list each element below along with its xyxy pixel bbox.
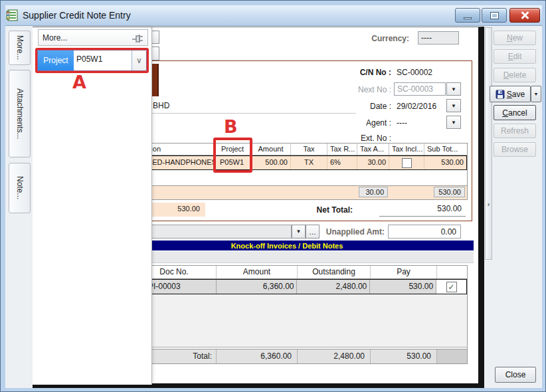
agent-value: ---- — [397, 118, 407, 128]
sidebar-tab-more-label: More... — [15, 35, 25, 60]
agent-label: Agent : — [333, 118, 391, 128]
sidebar-tab-attachments[interactable]: Attachments... — [9, 70, 31, 157]
cn-no-label: C/N No : — [333, 68, 391, 77]
next-no-field: SC-00003 — [394, 82, 446, 96]
knockoff-grid-footer: Total: 6,360.00 2,480.00 530.00 — [100, 349, 467, 364]
close-window-button[interactable] — [509, 8, 540, 23]
cell-pay[interactable]: 530.00 — [370, 280, 436, 294]
cancel-button[interactable]: Cancel — [494, 105, 536, 120]
delete-button[interactable]: Delete — [494, 68, 536, 82]
cell-ko-amount[interactable]: 6,360.00 — [217, 280, 298, 294]
items-grid-row[interactable]: USED-HANDPHONES P05W1 500.00 TX 6% 30.00… — [100, 155, 467, 170]
cell-outstanding[interactable]: 2,480.00 — [297, 280, 370, 294]
col-pay[interactable]: Pay — [371, 266, 437, 278]
col-pay-check[interactable] — [437, 266, 467, 278]
pay-checkbox-checked[interactable]: ✓ — [446, 282, 457, 292]
col-outstanding[interactable]: Outstanding — [298, 266, 371, 278]
supplier-credit-note-window: Supplier Credit Note Entry More... Attac… — [0, 0, 546, 392]
app-icon — [5, 9, 19, 22]
more-popup-title: More... — [43, 33, 67, 43]
items-grid-right-border — [467, 143, 468, 200]
knockoff-total-outstanding: 2,480.00 — [298, 349, 371, 363]
maximize-icon — [491, 13, 498, 19]
refresh-button[interactable]: Refresh — [494, 124, 536, 138]
close-icon — [520, 11, 529, 20]
window-title: Supplier Credit Note Entry — [23, 10, 131, 21]
col-tax[interactable]: Tax — [291, 144, 327, 155]
minimize-button[interactable] — [455, 8, 480, 23]
annotation-a-label: A — [72, 72, 86, 92]
date-label: Date : — [333, 102, 391, 111]
sidebar-tab-note-label: Note... — [15, 176, 25, 199]
date-dropdown-button[interactable]: ▼ — [446, 99, 461, 112]
knockoff-grid-row[interactable]: PI-00003 6,360.00 2,480.00 530.00 ✓ — [100, 279, 467, 294]
knockoff-total-pay: 530.00 — [371, 349, 437, 363]
next-no-value: SC-00003 — [397, 84, 433, 94]
pin-icon[interactable] — [132, 33, 143, 43]
net-total-value: 530.00 — [379, 204, 466, 217]
net-total-label: Net Total: — [286, 205, 353, 215]
currency-field: ---- — [418, 31, 459, 45]
next-no-dropdown-button[interactable]: ▼ — [446, 82, 461, 96]
ext-no-label: Ext. No : — [333, 134, 391, 143]
project-combo[interactable]: Project P05W1 ∨ — [38, 50, 146, 70]
more-popup-header[interactable]: More... — [38, 29, 148, 46]
next-no-label: Next No : — [333, 85, 391, 94]
col-amount[interactable]: Amount — [251, 144, 291, 155]
supplier-name-fragment: BHD — [153, 101, 169, 110]
knockoff-selector-dropdown-button[interactable]: ▼ — [292, 225, 306, 239]
sidebar-tab-note[interactable]: Note... — [9, 163, 31, 213]
cell-tax-amount[interactable]: 30.00 — [357, 156, 389, 169]
currency-value: ---- — [421, 33, 432, 43]
currency-label: Currency: — [359, 34, 409, 43]
cell-tax-rate[interactable]: 6% — [327, 156, 357, 169]
knockoff-grid-right-border — [467, 265, 468, 364]
minimize-icon — [464, 17, 472, 19]
panel-splitter[interactable]: › — [485, 27, 492, 260]
save-button[interactable]: Save — [490, 86, 531, 102]
knockoff-title: Knock-off Invoices / Debit Notes — [231, 242, 343, 250]
knockoff-grid-empty-area — [100, 294, 467, 347]
knockoff-total-amount: 6,360.00 — [217, 349, 298, 363]
more-popup-panel — [33, 27, 152, 385]
col-tax-inclusive[interactable]: Tax Incl... — [389, 144, 424, 155]
knockoff-section-header: Knock-off Invoices / Debit Notes — [100, 241, 474, 250]
knockoff-selector-browse-button[interactable]: … — [306, 225, 319, 239]
check-icon: ✓ — [448, 282, 455, 292]
unapplied-amt-field: 0.00 — [388, 225, 461, 239]
cell-tax[interactable]: TX — [291, 156, 327, 169]
chevron-down-icon: ∨ — [136, 56, 142, 65]
save-disk-icon — [496, 90, 505, 99]
col-tax-rate[interactable]: Tax R... — [327, 144, 357, 155]
knockoff-grid-header: Doc No. Amount Outstanding Pay — [100, 265, 467, 279]
edit-button[interactable]: Edit — [494, 49, 536, 64]
sub-total-total-box: 530.00 — [434, 187, 465, 197]
cell-amount[interactable]: 500.00 — [251, 156, 291, 169]
tax-amount-total-box: 30.00 — [359, 187, 388, 197]
project-combo-value[interactable]: P05W1 — [74, 50, 132, 70]
ellipsis-icon: … — [309, 228, 316, 236]
cell-pay-check[interactable]: ✓ — [436, 280, 466, 294]
agent-dropdown-button[interactable]: ▼ — [446, 116, 461, 129]
annotation-b-label: B — [224, 116, 238, 137]
browse-button[interactable]: Browse — [494, 142, 536, 157]
col-tax-amount[interactable]: Tax A... — [357, 144, 389, 155]
tax-inclusive-checkbox[interactable] — [402, 158, 412, 168]
project-combo-dropdown-button[interactable]: ∨ — [132, 50, 146, 70]
close-button[interactable]: Close — [495, 367, 536, 383]
splitter-arrow-icon: › — [488, 201, 490, 208]
col-ko-amount[interactable]: Amount — [217, 266, 298, 278]
cell-tax-inclusive[interactable] — [389, 156, 424, 169]
sidebar-tab-more[interactable]: More... — [9, 31, 31, 65]
knockoff-grid: Doc No. Amount Outstanding Pay PI-00003 … — [100, 265, 467, 294]
maximize-button[interactable] — [482, 8, 507, 23]
col-sub-total[interactable]: Sub Tot... — [424, 144, 467, 155]
annotation-a-box: Project P05W1 ∨ — [35, 48, 149, 73]
items-grid-footer — [100, 185, 467, 200]
new-button[interactable]: New — [494, 31, 536, 45]
save-dropdown-button[interactable]: ▼ — [531, 86, 541, 102]
unapplied-amt-value: 0.00 — [441, 227, 456, 237]
dropdown-icon: ▼ — [451, 120, 456, 126]
unapplied-amt-label: Unapplied Amt: — [318, 227, 385, 237]
cell-sub-total[interactable]: 530.00 — [424, 156, 466, 169]
